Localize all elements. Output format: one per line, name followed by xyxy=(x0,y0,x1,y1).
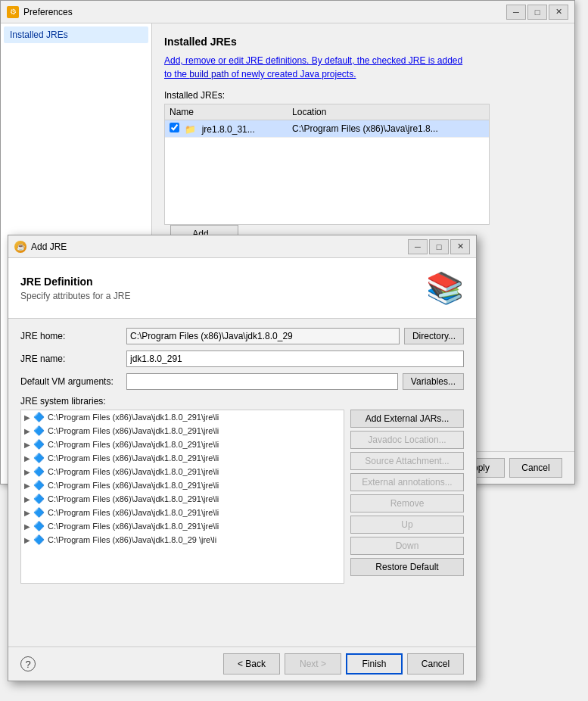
minimize-button[interactable]: ─ xyxy=(506,5,526,20)
cancel-dialog-button[interactable]: Cancel xyxy=(407,653,464,675)
close-button[interactable]: ✕ xyxy=(549,5,568,20)
back-button[interactable]: < Back xyxy=(223,653,280,675)
dialog-footer: ? < Back Next > Finish Cancel xyxy=(8,646,476,681)
tree-text: C:\Program Files (x86)\Java\jdk1.8.0_291… xyxy=(48,413,219,422)
jre-home-label: JRE home: xyxy=(20,331,126,341)
jre-location: C:\Program Files (x86)\Java\jre1.8... xyxy=(288,120,489,138)
dialog-body: JRE home: Directory... JRE name: Default… xyxy=(8,319,476,593)
arrow-icon: ▶ xyxy=(24,509,30,517)
tree-item[interactable]: ▶ 🔷 C:\Program Files (x86)\Java\jdk1.8.0… xyxy=(21,424,344,438)
jre-home-input[interactable] xyxy=(126,328,400,344)
dialog-titlebar-buttons: ─ □ ✕ xyxy=(408,239,470,254)
libraries-tree[interactable]: ▶ 🔷 C:\Program Files (x86)\Java\jdk1.8.0… xyxy=(20,410,344,584)
jre-name: jre1.8.0_31... xyxy=(202,124,255,135)
add-external-jars-button[interactable]: Add External JARs... xyxy=(350,410,464,428)
tree-text: C:\Program Files (x86)\Java\jdk1.8.0_291… xyxy=(48,467,219,476)
jar-icon: 🔷 xyxy=(33,425,45,436)
tree-item[interactable]: ▶ 🔷 C:\Program Files (x86)\Java\jdk1.8.0… xyxy=(21,451,344,465)
arrow-icon: ▶ xyxy=(24,495,30,503)
tree-item[interactable]: ▶ 🔷 C:\Program Files (x86)\Java\jdk1.8.0… xyxy=(21,533,344,547)
default-vm-label: Default VM arguments: xyxy=(20,376,126,387)
jar-icon: 🔷 xyxy=(33,521,45,531)
jres-table-container: Name Location 📁 jre1.8.0_31... xyxy=(164,104,490,225)
javadoc-location-button[interactable]: Javadoc Location... xyxy=(350,431,464,449)
books-icon: 📚 xyxy=(426,270,464,306)
cancel-pref-button[interactable]: Cancel xyxy=(509,458,562,478)
arrow-icon: ▶ xyxy=(24,536,30,544)
arrow-icon: ▶ xyxy=(24,481,30,490)
add-jre-dialog: ☕ Add JRE ─ □ ✕ JRE Definition Specify a… xyxy=(8,235,477,681)
jar-icon: 🔷 xyxy=(33,466,45,477)
down-button[interactable]: Down xyxy=(350,537,464,555)
table-row[interactable]: 📁 jre1.8.0_31... C:\Program Files (x86)\… xyxy=(165,120,489,138)
arrow-icon: ▶ xyxy=(24,441,30,449)
jres-table-header: Name Location xyxy=(165,104,489,120)
up-button[interactable]: Up xyxy=(350,516,464,534)
jar-icon: 🔷 xyxy=(33,453,45,463)
preferences-title: Preferences xyxy=(23,7,506,17)
section-desc: Add, remove or edit JRE definitions. By … xyxy=(164,54,562,81)
dialog-footer-buttons: < Back Next > Finish Cancel xyxy=(223,653,464,675)
tree-item[interactable]: ▶ 🔷 C:\Program Files (x86)\Java\jdk1.8.0… xyxy=(21,438,344,451)
tree-text: C:\Program Files (x86)\Java\jdk1.8.0_291… xyxy=(48,440,219,449)
dialog-header: JRE Definition Specify attributes for a … xyxy=(8,258,476,319)
dialog-title: Add JRE xyxy=(31,241,408,252)
titlebar-buttons: ─ □ ✕ xyxy=(506,5,568,20)
installed-jres-label: Installed JREs: xyxy=(164,90,562,101)
jre-home-row: JRE home: Directory... xyxy=(20,328,464,344)
arrow-icon: ▶ xyxy=(24,522,30,531)
libraries-container: ▶ 🔷 C:\Program Files (x86)\Java\jdk1.8.0… xyxy=(20,410,464,584)
jres-table: Name Location 📁 jre1.8.0_31... xyxy=(165,104,489,138)
tree-item[interactable]: ▶ 🔷 C:\Program Files (x86)\Java\jdk1.8.0… xyxy=(21,478,344,492)
jar-icon: 🔷 xyxy=(33,412,45,422)
finish-button[interactable]: Finish xyxy=(346,653,403,675)
arrow-icon: ▶ xyxy=(24,427,30,435)
dialog-titlebar: ☕ Add JRE ─ □ ✕ xyxy=(8,235,476,258)
help-area: ? xyxy=(20,656,36,671)
maximize-button[interactable]: □ xyxy=(527,5,547,20)
remove-lib-button[interactable]: Remove xyxy=(350,494,464,513)
preferences-titlebar: ⚙ Preferences ─ □ ✕ xyxy=(1,1,574,23)
build-path-link[interactable]: build path xyxy=(189,69,229,79)
libraries-buttons: Add External JARs... Javadoc Location...… xyxy=(350,410,464,584)
arrow-icon: ▶ xyxy=(24,454,30,463)
dialog-header-subtitle: Specify attributes for a JRE xyxy=(20,291,414,301)
jar-icon: 🔷 xyxy=(33,494,45,504)
sidebar-item-installed-jres[interactable]: Installed JREs xyxy=(4,26,148,43)
help-icon[interactable]: ? xyxy=(20,656,36,671)
jar-icon: 🔷 xyxy=(33,507,45,518)
restore-default-button[interactable]: Restore Default xyxy=(350,558,464,576)
tree-text: C:\Program Files (x86)\Java\jdk1.8.0_29 … xyxy=(48,535,216,544)
dialog-header-title: JRE Definition xyxy=(20,276,414,288)
tree-item[interactable]: ▶ 🔷 C:\Program Files (x86)\Java\jdk1.8.0… xyxy=(21,410,344,424)
dialog-close-button[interactable]: ✕ xyxy=(450,239,470,254)
arrow-icon: ▶ xyxy=(24,413,30,422)
dialog-maximize-button[interactable]: □ xyxy=(429,239,449,254)
jre-icon: 📁 xyxy=(185,124,196,135)
external-annotations-button[interactable]: External annotations... xyxy=(350,473,464,491)
jre-name-row: JRE name: xyxy=(20,350,464,367)
tree-item[interactable]: ▶ 🔷 C:\Program Files (x86)\Java\jdk1.8.0… xyxy=(21,519,344,533)
jar-icon: 🔷 xyxy=(33,534,45,545)
tree-item[interactable]: ▶ 🔷 C:\Program Files (x86)\Java\jdk1.8.0… xyxy=(21,492,344,506)
jre-name-input[interactable] xyxy=(126,350,464,367)
next-button[interactable]: Next > xyxy=(285,653,341,675)
jar-icon: 🔷 xyxy=(33,439,45,450)
variables-button[interactable]: Variables... xyxy=(403,373,464,390)
tree-text: C:\Program Files (x86)\Java\jdk1.8.0_291… xyxy=(48,508,219,517)
jre-checkbox[interactable] xyxy=(170,123,179,132)
tree-item[interactable]: ▶ 🔷 C:\Program Files (x86)\Java\jdk1.8.0… xyxy=(21,506,344,519)
source-attachment-button[interactable]: Source Attachment... xyxy=(350,452,464,470)
jre-libraries-label: JRE system libraries: xyxy=(20,396,464,407)
dialog-minimize-button[interactable]: ─ xyxy=(408,239,428,254)
default-vm-row: Default VM arguments: Variables... xyxy=(20,373,464,390)
jar-icon: 🔷 xyxy=(33,480,45,491)
default-vm-input[interactable] xyxy=(126,373,398,390)
tree-item[interactable]: ▶ 🔷 C:\Program Files (x86)\Java\jdk1.8.0… xyxy=(21,465,344,478)
tree-text: C:\Program Files (x86)\Java\jdk1.8.0_291… xyxy=(48,453,219,463)
directory-button[interactable]: Directory... xyxy=(404,328,464,344)
section-title: Installed JREs xyxy=(164,36,562,48)
preferences-icon: ⚙ xyxy=(7,6,19,18)
col-name: Name xyxy=(165,104,288,120)
arrow-icon: ▶ xyxy=(24,468,30,476)
